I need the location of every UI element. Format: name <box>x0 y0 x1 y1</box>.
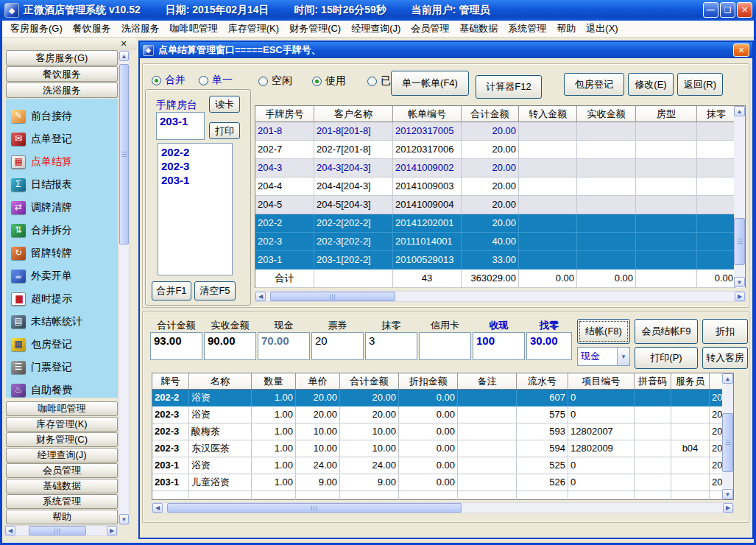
scrollbar-thumb[interactable] <box>270 292 395 301</box>
menu-item[interactable]: 财务管理(C) <box>284 21 346 37</box>
sidebar-nav-item[interactable]: 点单登记 <box>6 127 118 150</box>
settled-filter-radio[interactable] <box>367 77 377 86</box>
detail-column-header[interactable]: 服务员 <box>671 373 710 390</box>
detail-column-header[interactable]: 折扣金额 <box>399 373 458 390</box>
inuse-filter-radio[interactable] <box>312 77 322 86</box>
menu-item[interactable]: 餐饮服务 <box>68 21 116 37</box>
detail-column-header[interactable]: 合计金额 <box>340 373 399 390</box>
scroll-left-icon[interactable]: ◀ <box>255 292 266 301</box>
scrollbar-track[interactable] <box>266 292 735 301</box>
hand-card-list[interactable]: 202-2202-3203-1 <box>158 143 233 275</box>
bill-table-row[interactable]: 202-2 202-2[202-2] 20141202001 20.00 <box>255 214 745 233</box>
sidebar-nav-item[interactable]: 包房登记 <box>6 333 118 356</box>
scroll-down-icon[interactable]: ▼ <box>734 277 745 287</box>
payment-field-input[interactable]: 3 <box>365 332 417 360</box>
bill-column-header[interactable]: 房型 <box>636 106 697 122</box>
print-card-button[interactable]: 打印 <box>209 122 240 139</box>
bill-column-header[interactable]: 帐单编号 <box>393 106 462 122</box>
sidebar-group-header[interactable]: 帮助 <box>6 510 118 524</box>
sidebar-group-header[interactable]: 库存管理(K) <box>6 417 118 432</box>
sidebar-nav-item[interactable]: 未结帐统计 <box>6 310 118 333</box>
single-mode-radio[interactable] <box>199 76 208 85</box>
menu-item[interactable]: 退出(X) <box>581 21 623 37</box>
chevron-down-icon[interactable]: ▼ <box>617 348 629 365</box>
bill-column-header[interactable]: 转入金额 <box>519 106 577 122</box>
scroll-left-icon[interactable]: ◀ <box>152 503 163 513</box>
detail-column-header[interactable]: 名称 <box>189 373 252 390</box>
bill-table-row[interactable]: 204-3 204-3[204-3] 20141009002 20.00 <box>255 159 745 177</box>
scrollbar-thumb[interactable] <box>119 64 129 245</box>
bill-column-header[interactable]: 客户名称 <box>314 106 393 122</box>
clear-f5-button[interactable]: 清空F5 <box>194 281 236 300</box>
print-p-button[interactable]: 打印(P) <box>635 347 698 369</box>
calculator-button[interactable]: 计算器F12 <box>476 75 542 99</box>
detail-column-header[interactable]: 单价 <box>296 373 340 390</box>
bill-column-header[interactable]: 手牌房号 <box>255 106 314 122</box>
detail-table-row[interactable]: 202-2 浴资 1.00 20.00 20.00 0.00 607 0 201 <box>152 390 724 407</box>
modify-button[interactable]: 修改(E) <box>628 73 674 96</box>
scroll-left-icon[interactable]: ◀ <box>5 526 15 535</box>
scrollbar-track[interactable] <box>163 503 723 513</box>
detail-column-header[interactable]: 项目编号 <box>568 373 635 390</box>
payment-field-input[interactable]: 90.00 <box>204 332 256 360</box>
sidebar-group-header[interactable]: 客房服务(G) <box>6 50 118 66</box>
sidebar-group-header[interactable]: 会员管理 <box>6 463 118 478</box>
menu-item[interactable]: 客房服务(G) <box>5 21 68 37</box>
bill-column-header[interactable]: 实收金额 <box>577 106 636 122</box>
detail-table-row[interactable]: 203-1 儿童浴资 1.00 9.00 9.00 0.00 526 0 201 <box>152 474 724 491</box>
scroll-right-icon[interactable]: ▶ <box>723 503 733 513</box>
bill-table-row[interactable]: 202-7 202-7[201-8] 20120317006 20.00 <box>255 141 745 159</box>
scrollbar-thumb[interactable] <box>734 218 745 265</box>
menu-item[interactable]: 咖啡吧管理 <box>165 21 223 37</box>
sidebar-group-header[interactable]: 经理查询(J) <box>6 448 118 463</box>
idle-filter-radio[interactable] <box>258 77 268 86</box>
member-settle-f9-button[interactable]: 会员结帐F9 <box>635 319 698 344</box>
scrollbar-track[interactable] <box>119 61 129 514</box>
sidebar-group-header[interactable]: 财务管理(C) <box>6 432 118 447</box>
hand-card-list-item[interactable]: 202-2 <box>161 145 229 159</box>
bill-table-row[interactable]: 203-1 203-1[202-2] 20100529013 33.00 <box>255 251 745 270</box>
scroll-down-icon[interactable]: ▼ <box>119 514 129 524</box>
settlement-close-button[interactable]: ✕ <box>733 43 749 57</box>
scroll-down-icon[interactable]: ▼ <box>722 489 733 499</box>
sidebar-group-header[interactable]: 餐饮服务 <box>6 66 118 82</box>
menu-item[interactable]: 经理查询(J) <box>346 21 406 37</box>
sidebar-nav-item[interactable]: 日结报表 <box>6 173 118 196</box>
minimize-button[interactable]: — <box>703 2 718 18</box>
menu-item[interactable]: 基础数据 <box>454 21 503 37</box>
sidebar-nav-item[interactable]: 超时提示 <box>6 287 118 310</box>
pay-method-select[interactable]: 现金 ▼ <box>577 347 630 366</box>
payment-field-input[interactable] <box>419 332 471 360</box>
sidebar-group-header[interactable]: 基础数据 <box>6 479 118 493</box>
sidebar-group-header[interactable]: 咖啡吧管理 <box>6 401 118 416</box>
hand-card-list-item[interactable]: 202-3 <box>161 159 229 173</box>
scrollbar-track[interactable] <box>734 116 745 277</box>
sidebar-nav-item[interactable]: 自助餐费 <box>6 379 118 401</box>
settle-f8-button[interactable]: 结帐(F8) <box>577 319 630 344</box>
detail-column-header[interactable]: 拼音码 <box>635 373 671 390</box>
sidebar-nav-item[interactable]: 调牌清牌 <box>6 196 118 219</box>
single-bill-button[interactable]: 单一帐单(F4) <box>391 71 469 96</box>
scrollbar-thumb[interactable] <box>167 503 462 513</box>
scrollbar-track[interactable] <box>15 526 107 535</box>
sidebar-close-icon[interactable]: ✕ <box>119 38 129 49</box>
scroll-up-icon[interactable]: ▲ <box>722 373 733 384</box>
payment-field-input[interactable]: 100 <box>473 332 525 360</box>
detail-table-row[interactable]: 203-1 浴资 1.00 24.00 24.00 0.00 525 0 201 <box>152 457 724 474</box>
menu-item[interactable]: 帮助 <box>551 21 581 37</box>
menu-item[interactable]: 系统管理 <box>503 21 551 37</box>
detail-column-header[interactable]: 备注 <box>458 373 517 390</box>
close-button[interactable]: ✕ <box>737 2 752 18</box>
scroll-up-icon[interactable]: ▲ <box>734 106 745 116</box>
scroll-up-icon[interactable]: ▲ <box>119 51 129 61</box>
bill-column-header[interactable]: 抹零 <box>697 106 736 122</box>
maximize-button[interactable]: ❑ <box>720 2 735 18</box>
detail-column-header[interactable]: 数量 <box>252 373 296 390</box>
merge-f1-button[interactable]: 合并F1 <box>152 281 191 300</box>
transfer-to-room-button[interactable]: 转入客房 <box>702 347 748 369</box>
discount-button[interactable]: 折扣 <box>702 319 748 344</box>
detail-column-header[interactable]: 流水号 <box>517 373 568 390</box>
sidebar-nav-item[interactable]: 合并拆分 <box>6 219 118 242</box>
detail-table-row[interactable]: 202-3 酸梅茶 1.00 10.00 10.00 0.00 593 1280… <box>152 423 724 440</box>
scrollbar-thumb[interactable] <box>29 526 86 535</box>
